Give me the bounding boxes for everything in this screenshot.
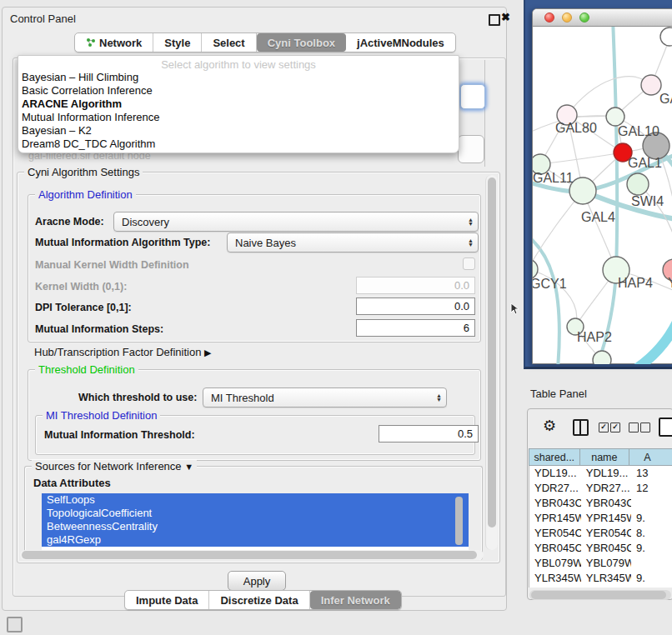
unchecked-checkbox-icon[interactable] <box>640 422 650 432</box>
table-column-header[interactable]: name <box>580 448 630 466</box>
table-cell[interactable]: 9. <box>631 511 672 526</box>
table-row[interactable]: YDR27...YDR27...12 <box>529 481 672 496</box>
mi-type-combo[interactable]: Naive Bayes ▲▼ <box>227 232 479 252</box>
settings-hscrollbar[interactable] <box>20 550 484 560</box>
table-cell[interactable]: YIL052C <box>529 586 581 588</box>
sources-legend[interactable]: Sources for Network Inference ▼ <box>32 460 197 472</box>
network-node[interactable] <box>641 75 661 95</box>
dock-square-icon[interactable] <box>7 617 23 632</box>
table-row[interactable]: YLR345WYLR345W9. <box>529 571 672 586</box>
network-window-titlebar[interactable] <box>533 9 672 27</box>
table-cell[interactable]: YLR345W <box>581 571 631 586</box>
table-cell[interactable]: 12 <box>631 481 672 496</box>
table-row[interactable]: YER054CYER054C8. <box>529 526 672 541</box>
tab-cyni-toolbox[interactable]: Cyni Toolbox <box>257 33 346 52</box>
table-cell[interactable]: YPR145W <box>581 511 631 526</box>
aracne-mode-combo[interactable]: Discovery ▲▼ <box>113 212 479 232</box>
dropdown-item[interactable]: Basic Correlation Inference <box>18 84 459 98</box>
table-cell[interactable]: 13 <box>631 466 672 481</box>
manual-kernel-checkbox[interactable] <box>463 258 475 270</box>
dpi-tolerance-field[interactable]: 0.0 <box>356 298 475 315</box>
table-cell[interactable]: YBL079W <box>581 556 631 571</box>
attributes-list-scrollbar[interactable] <box>455 497 463 545</box>
network-canvas[interactable]: GALGAL80GAL10GAL1GAL11SWI4GAL4GCY1HAP4YH… <box>533 27 672 364</box>
checked-checkbox-icon[interactable]: ✓ <box>610 422 620 432</box>
tab-style[interactable]: Style <box>153 33 202 52</box>
aracne-mode-value: Discovery <box>122 216 169 228</box>
table-cell[interactable]: YBR045C <box>581 541 631 556</box>
data-attribute-item[interactable]: BetweennessCentrality <box>42 520 469 533</box>
table-cell[interactable]: YDR27... <box>581 481 631 496</box>
float-window-icon[interactable] <box>489 14 500 26</box>
bottom-tab-impute-data[interactable]: Impute Data <box>125 591 209 609</box>
network-node[interactable] <box>627 173 649 195</box>
dropdown-item[interactable]: Bayesian – Hill Climbing <box>18 71 459 84</box>
dropdown-item[interactable]: Mutual Information Inference <box>18 111 459 124</box>
table-cell[interactable] <box>631 496 672 511</box>
kernel-width-field[interactable]: 0.0 <box>356 277 475 294</box>
table-cell[interactable]: YBR045C <box>529 541 581 556</box>
mi-steps-field[interactable]: 6 <box>356 319 475 337</box>
table-cell[interactable] <box>631 556 672 571</box>
network-node[interactable] <box>569 178 596 204</box>
network-node[interactable] <box>660 28 672 46</box>
settings-vscrollbar[interactable] <box>485 175 498 550</box>
minimize-traffic-light[interactable] <box>562 12 572 22</box>
column-view-icon[interactable] <box>573 419 589 436</box>
table-cell[interactable]: YIL052C <box>581 586 631 588</box>
unchecked-checkbox-icon[interactable] <box>629 422 639 432</box>
checked-checkbox-icon[interactable]: ✓ <box>599 422 609 432</box>
table-cell[interactable]: YBR043C <box>581 496 631 511</box>
hub-section-toggle[interactable]: Hub/Transcription Factor Definition ▶ <box>34 346 211 358</box>
close-traffic-light[interactable] <box>544 12 554 22</box>
data-attribute-item[interactable]: TopologicalCoefficient <box>42 507 469 520</box>
bottom-tab-infer-network[interactable]: Infer Network <box>310 591 401 609</box>
table-cell[interactable]: YBL079W <box>529 556 581 571</box>
table-hscrollbar[interactable] <box>529 590 671 600</box>
table-row[interactable]: YDL19...YDL19...13 <box>529 466 672 481</box>
mi-threshold-field[interactable]: 0.5 <box>379 425 479 442</box>
hidden-focused-combo-fragment[interactable] <box>460 84 485 109</box>
table-cell[interactable]: YDR27... <box>529 481 581 496</box>
tab-jactivemnodules[interactable]: jActiveMNodules <box>346 33 455 52</box>
which-threshold-combo[interactable]: MI Threshold ▲▼ <box>203 388 447 408</box>
close-window-icon[interactable]: ✖ <box>501 11 510 23</box>
table-row[interactable]: YBR043CYBR043C <box>529 496 672 511</box>
table-cell[interactable]: 9. <box>631 541 672 556</box>
table-cell[interactable]: 9 <box>631 586 672 588</box>
table-cell[interactable]: YDL19... <box>581 466 631 481</box>
table-row[interactable]: YBR045CYBR045C9. <box>529 541 672 556</box>
apply-button[interactable]: Apply <box>228 571 286 591</box>
table-panel-window: ⚙ ✓ ✓ shared...nameA YDL19...YDL19...13Y… <box>527 408 672 600</box>
dropdown-item[interactable]: Bayesian – K2 <box>18 124 459 138</box>
bottom-tab-discretize-data[interactable]: Discretize Data <box>209 591 309 609</box>
table-cell[interactable]: YER054C <box>529 526 581 541</box>
table-cell[interactable]: YER054C <box>581 526 631 541</box>
table-row[interactable]: YPR145WYPR145W9. <box>529 511 672 526</box>
table-cell[interactable]: YBR043C <box>529 496 581 511</box>
tab-network[interactable]: Network <box>75 33 153 52</box>
settings-hscrollbar-thumb[interactable] <box>22 551 477 559</box>
network-node[interactable] <box>606 108 624 126</box>
table-row[interactable]: YBL079WYBL079W <box>529 556 672 571</box>
dropdown-item[interactable]: Dream8 DC_TDC Algorithm <box>18 138 459 151</box>
table-cell[interactable]: 8. <box>631 526 672 541</box>
hidden-combo-fragment[interactable] <box>458 135 484 163</box>
table-cell[interactable]: 9. <box>631 571 672 586</box>
settings-vscrollbar-thumb[interactable] <box>488 178 496 528</box>
dropdown-item[interactable]: ARACNE Algorithm <box>18 98 459 111</box>
maximize-traffic-light[interactable] <box>579 12 589 22</box>
table-cell[interactable]: YPR145W <box>529 511 581 526</box>
table-cell[interactable]: YLR345W <box>529 571 581 586</box>
document-icon[interactable] <box>659 418 672 437</box>
data-attribute-item[interactable]: SelfLoops <box>42 493 469 507</box>
table-column-header[interactable]: A <box>629 448 672 466</box>
tab-select[interactable]: Select <box>202 33 256 52</box>
table-column-header[interactable]: shared... <box>529 448 580 466</box>
table-row[interactable]: YIL052CYIL052C9 <box>529 586 672 588</box>
network-node[interactable] <box>593 351 611 364</box>
data-attribute-item[interactable]: gal4RGexp <box>42 533 469 547</box>
gear-icon[interactable]: ⚙ <box>543 417 556 435</box>
table-hscrollbar-thumb[interactable] <box>531 591 666 599</box>
table-cell[interactable]: YDL19... <box>529 466 581 481</box>
